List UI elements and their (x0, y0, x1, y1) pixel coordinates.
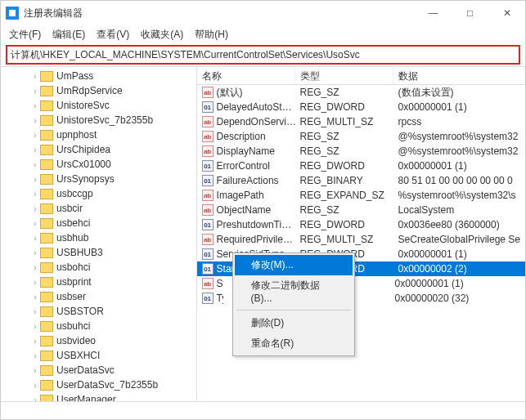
value-row[interactable]: ab(默认)REG_SZ(数值未设置) (197, 85, 525, 100)
menu-help[interactable]: 帮助(H) (190, 26, 233, 43)
expand-caret-icon[interactable]: › (30, 351, 40, 360)
expand-caret-icon[interactable]: › (30, 278, 40, 287)
expand-caret-icon[interactable]: › (30, 175, 40, 184)
ctx-delete[interactable]: 删除(D) (235, 313, 353, 333)
expand-caret-icon[interactable]: › (30, 87, 40, 96)
tree-item[interactable]: ›USBSTOR (1, 304, 196, 319)
tree-item[interactable]: ›upnphost (1, 127, 196, 142)
value-row[interactable]: 01ErrorControlREG_DWORD0x00000001 (1) (197, 159, 525, 173)
menu-view[interactable]: 查看(V) (92, 26, 134, 43)
tree-item-label: UrsChipidea (56, 144, 110, 155)
expand-caret-icon[interactable]: › (30, 395, 40, 402)
value-type-icon: ab (202, 87, 214, 98)
expand-caret-icon[interactable]: › (30, 337, 40, 346)
tree-item[interactable]: ›usbehci (1, 216, 196, 230)
value-row[interactable]: abObjectNameREG_SZLocalSystem (197, 203, 525, 217)
tree-item-label: UrsCx01000 (56, 159, 111, 170)
title-bar: 注册表编辑器 — □ ✕ (1, 1, 525, 25)
expand-caret-icon[interactable]: › (30, 234, 40, 243)
value-type-cell: REG_DWORD (295, 160, 393, 172)
folder-icon (40, 395, 53, 402)
tree-item[interactable]: ›UrsChipidea (1, 142, 196, 157)
menu-bar: 文件(F) 编辑(E) 查看(V) 收藏夹(A) 帮助(H) (1, 25, 525, 43)
tree-item[interactable]: ›usbohci (1, 260, 196, 275)
tree-item[interactable]: ›UnistoreSvc (1, 98, 196, 113)
tree-item[interactable]: ›usbvideo (1, 333, 196, 348)
value-list-pane: 名称 类型 数据 ab(默认)REG_SZ(数值未设置)01DelayedAut… (197, 67, 525, 401)
value-row[interactable]: 01FailureActionsREG_BINARY80 51 01 00 00… (197, 173, 525, 188)
address-bar[interactable]: 计算机\HKEY_LOCAL_MACHINE\SYSTEM\CurrentCon… (6, 45, 520, 65)
address-text: 计算机\HKEY_LOCAL_MACHINE\SYSTEM\CurrentCon… (11, 48, 360, 62)
value-row[interactable]: abDescriptionREG_SZ@%systemroot%\system3… (197, 129, 525, 144)
expand-caret-icon[interactable]: › (30, 145, 40, 154)
folder-icon (40, 306, 53, 317)
expand-caret-icon[interactable]: › (30, 248, 40, 257)
key-tree[interactable]: ›UmPass›UmRdpService›UnistoreSvc›Unistor… (1, 67, 197, 401)
tree-item[interactable]: ›UserDataSvc (1, 363, 196, 378)
value-type-icon: ab (202, 234, 214, 245)
menu-file[interactable]: 文件(F) (4, 26, 46, 43)
tree-item[interactable]: ›USBHUB3 (1, 245, 196, 260)
tree-item-label: USBSTOR (56, 306, 104, 317)
tree-item[interactable]: ›UmRdpService (1, 83, 196, 98)
expand-caret-icon[interactable]: › (30, 381, 40, 390)
ctx-modify-binary[interactable]: 修改二进制数据(B)... (235, 275, 353, 307)
value-row[interactable]: abImagePathREG_EXPAND_SZ%systemroot%\sys… (197, 188, 525, 203)
expand-caret-icon[interactable]: › (30, 101, 40, 110)
tree-item[interactable]: ›usbccgp (1, 186, 196, 201)
expand-caret-icon[interactable]: › (30, 219, 40, 228)
expand-caret-icon[interactable]: › (30, 204, 40, 213)
value-row[interactable]: 01PreshutdownTi…REG_DWORD0x0036ee80 (360… (197, 217, 525, 232)
expand-caret-icon[interactable]: › (30, 366, 40, 375)
col-type[interactable]: 类型 (295, 67, 393, 84)
folder-icon (40, 174, 53, 185)
tree-item[interactable]: ›UnistoreSvc_7b2355b (1, 113, 196, 127)
value-name-cell: ab(默认) (197, 86, 295, 100)
expand-caret-icon[interactable]: › (30, 190, 40, 199)
expand-caret-icon[interactable]: › (30, 72, 40, 81)
expand-caret-icon[interactable]: › (30, 116, 40, 125)
value-row[interactable]: abDisplayNameREG_SZ@%systemroot%\system3… (197, 144, 525, 159)
tree-item[interactable]: ›UserDataSvc_7b2355b (1, 378, 196, 392)
tree-item-label: UnistoreSvc (56, 100, 110, 111)
expand-caret-icon[interactable]: › (30, 263, 40, 272)
col-name[interactable]: 名称 (197, 67, 295, 84)
tree-item[interactable]: ›usbhub (1, 230, 196, 245)
tree-item[interactable]: ›usbuhci (1, 319, 196, 333)
value-data-cell: @%systemroot%\system32 (393, 131, 525, 142)
value-name-cell: abRequiredPrivile… (197, 234, 295, 245)
menu-favorites[interactable]: 收藏夹(A) (136, 26, 188, 43)
tree-item[interactable]: ›UrsCx01000 (1, 157, 196, 172)
value-row[interactable]: abRequiredPrivile…REG_MULTI_SZSeCreateGl… (197, 232, 525, 247)
tree-item-label: usbohci (56, 261, 90, 273)
tree-item-label: UserManager (56, 394, 116, 401)
folder-icon (40, 277, 53, 288)
expand-caret-icon[interactable]: › (30, 160, 40, 169)
value-row[interactable]: 01DelayedAutoSt…REG_DWORD0x00000001 (1) (197, 100, 525, 114)
tree-item-label: UmPass (56, 70, 93, 82)
expand-caret-icon[interactable]: › (30, 322, 40, 331)
tree-item-label: usbprint (56, 276, 92, 288)
tree-item[interactable]: ›UrsSynopsys (1, 172, 196, 186)
expand-caret-icon[interactable]: › (30, 307, 40, 316)
tree-item[interactable]: ›UserManager (1, 392, 196, 401)
tree-item-label: usbhub (56, 232, 88, 244)
ctx-rename[interactable]: 重命名(R) (235, 333, 353, 354)
tree-item[interactable]: ›UmPass (1, 69, 196, 83)
tree-item[interactable]: ›usbprint (1, 275, 196, 289)
tree-item[interactable]: ›usbser (1, 289, 196, 304)
menu-edit[interactable]: 编辑(E) (47, 26, 90, 43)
col-data[interactable]: 数据 (393, 67, 525, 84)
tree-item[interactable]: ›USBXHCI (1, 348, 196, 363)
maximize-button[interactable]: □ (452, 1, 488, 25)
tree-item[interactable]: ›usbcir (1, 201, 196, 216)
expand-caret-icon[interactable]: › (30, 293, 40, 302)
value-row[interactable]: abDependOnServi…REG_MULTI_SZrpcss (197, 114, 525, 129)
ctx-modify[interactable]: 修改(M)... (235, 255, 353, 275)
expand-caret-icon[interactable]: › (30, 131, 40, 140)
close-button[interactable]: ✕ (488, 1, 525, 25)
value-name-cell: abDisplayName (197, 145, 295, 157)
value-name-cell: abImagePath (197, 190, 295, 201)
minimize-button[interactable]: — (415, 1, 452, 25)
tree-item-label: UrsSynopsys (56, 173, 115, 185)
